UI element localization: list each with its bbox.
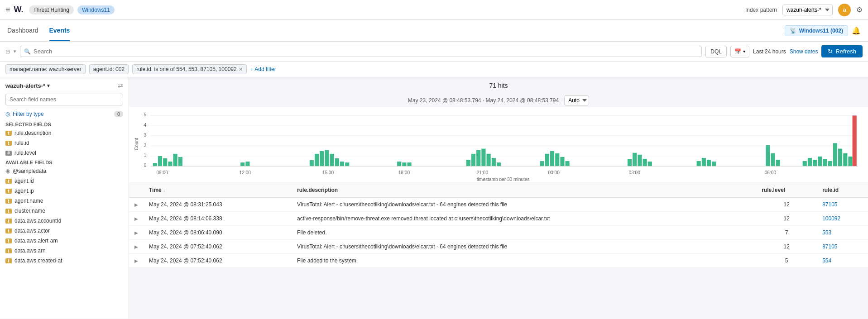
hits-count: 71 hits: [129, 77, 868, 94]
expand-row-4[interactable]: ▶: [134, 244, 138, 249]
field-type-t7: t: [5, 219, 12, 224]
expand-row-3[interactable]: ▶: [134, 230, 138, 235]
svg-rect-25: [320, 151, 324, 167]
hamburger-icon[interactable]: ≡: [5, 5, 10, 14]
refresh-button[interactable]: ↻ Refresh: [821, 45, 863, 57]
filter-rule-id-close[interactable]: ✕: [239, 67, 243, 72]
svg-rect-13: [153, 163, 157, 166]
field-data-aws-actor[interactable]: t data.aws.actor: [0, 226, 129, 236]
svg-rect-58: [702, 158, 706, 166]
col-time[interactable]: Time ↓: [144, 183, 292, 197]
field-rule-id[interactable]: t rule.id: [0, 138, 129, 148]
field-name-data-aws-arn: data.aws.arn: [14, 248, 46, 254]
field-sampledata[interactable]: ◉ @sampledata: [0, 166, 129, 176]
search-bar: ⊟ ▾ 🔍 DQL 📅 ▾ Last 24 hours Show dates ↻…: [0, 42, 868, 62]
svg-text:Count: Count: [134, 138, 139, 150]
index-pattern-select[interactable]: wazuh-alerts-*: [782, 5, 833, 15]
filter-agent-id[interactable]: agent.id: 002: [89, 64, 129, 74]
table-row: ▶ May 24, 2024 @ 08:31:25.043 VirusTotal…: [129, 197, 868, 212]
row1-id-link[interactable]: 87105: [822, 201, 837, 208]
field-agent-id[interactable]: t agent.id: [0, 176, 129, 186]
calendar-button[interactable]: 📅 ▾: [730, 46, 749, 57]
field-cluster-name[interactable]: t cluster.name: [0, 206, 129, 216]
filter-manager-name[interactable]: manager.name: wazuh-server: [5, 64, 86, 74]
date-range-text: May 23, 2024 @ 08:48:53.794 · May 24, 20…: [408, 97, 559, 104]
svg-rect-15: [163, 158, 167, 166]
avatar[interactable]: a: [838, 4, 851, 16]
svg-rect-66: [808, 158, 812, 166]
sidebar-index-label: wazuh-alerts-* ▾: [5, 82, 50, 89]
svg-text:12:00: 12:00: [240, 170, 251, 175]
table-row: ▶ May 24, 2024 @ 08:14:06.338 active-res…: [129, 211, 868, 225]
svg-text:00:00: 00:00: [548, 170, 560, 175]
sidebar-search-input[interactable]: [5, 94, 123, 105]
filter-by-type-button[interactable]: ◎ Filter by type: [5, 111, 44, 117]
expand-row-2[interactable]: ▶: [134, 216, 138, 221]
sub-nav: Dashboard Events 📡 Windows11 (002) 🔔: [0, 20, 868, 42]
svg-rect-18: [178, 157, 182, 166]
field-name-agent-name: agent.name: [14, 198, 43, 204]
expand-row-1[interactable]: ▶: [134, 202, 138, 207]
svg-text:15:00: 15:00: [322, 170, 334, 175]
histogram-chart: 0 1 2 3 4 5 Count: [134, 107, 863, 181]
svg-rect-39: [481, 149, 485, 167]
row2-time: May 24, 2024 @ 08:14:06.338: [144, 211, 292, 225]
svg-rect-34: [408, 162, 412, 166]
svg-rect-29: [340, 162, 344, 166]
field-rule-level[interactable]: # rule.level: [0, 148, 129, 158]
breadcrumb-windows11[interactable]: Windows11: [77, 5, 115, 14]
collapse-icon[interactable]: ⊟: [5, 48, 10, 55]
field-type-t10: t: [5, 248, 12, 253]
field-agent-ip[interactable]: t agent.ip: [0, 186, 129, 196]
filter-rule-id[interactable]: rule.id: is one of 554, 553, 87105, 1000…: [132, 64, 247, 74]
svg-rect-61: [766, 145, 770, 166]
svg-text:18:00: 18:00: [398, 170, 410, 175]
refresh-label: Refresh: [835, 48, 856, 55]
field-name-agent-ip: agent.ip: [14, 188, 34, 194]
search-input[interactable]: [34, 48, 698, 55]
field-data-aws-created-at[interactable]: t data.aws.created-at: [0, 256, 129, 266]
field-name-rule-description: rule.description: [14, 130, 51, 136]
svg-rect-47: [555, 153, 559, 166]
row5-id-link[interactable]: 554: [822, 257, 831, 264]
field-type-t6: t: [5, 209, 12, 214]
svg-rect-40: [487, 154, 491, 166]
top-nav: ≡ W. Threat Hunting Windows11 Index patt…: [0, 0, 868, 20]
field-data-aws-accountid[interactable]: t data.aws.accountId: [0, 216, 129, 226]
expand-row-5[interactable]: ▶: [134, 258, 138, 263]
row3-id-link[interactable]: 553: [822, 229, 831, 236]
svg-rect-63: [776, 160, 780, 166]
field-rule-description[interactable]: t rule.description: [0, 128, 129, 138]
windows-badge-label: Windows11 (002): [799, 28, 843, 34]
field-name-data-aws-accountid: data.aws.accountId: [14, 218, 61, 224]
interval-select[interactable]: Auto: [564, 95, 589, 105]
row4-id-link[interactable]: 87105: [822, 243, 837, 250]
chevron-down-icon[interactable]: ▾: [14, 48, 16, 54]
filter-toggle-icon[interactable]: ⇄: [118, 82, 123, 89]
show-dates-button[interactable]: Show dates: [790, 48, 818, 55]
field-data-aws-arn[interactable]: t data.aws.arn: [0, 246, 129, 256]
col-description: rule.description: [292, 183, 756, 197]
svg-rect-70: [828, 161, 832, 166]
breadcrumb-threat-hunting[interactable]: Threat Hunting: [29, 5, 74, 14]
tab-events[interactable]: Events: [49, 20, 70, 41]
field-name-data-aws-actor: data.aws.actor: [14, 228, 50, 234]
windows-badge[interactable]: 📡 Windows11 (002): [785, 25, 848, 36]
settings-icon[interactable]: ⚙: [856, 5, 863, 14]
field-agent-name[interactable]: t agent.name: [0, 196, 129, 206]
svg-text:5: 5: [144, 112, 146, 117]
tab-dashboard[interactable]: Dashboard: [7, 20, 38, 41]
row2-id-link[interactable]: 100092: [822, 215, 840, 222]
svg-text:03:00: 03:00: [629, 170, 641, 175]
svg-rect-55: [648, 162, 652, 166]
search-icon: 🔍: [24, 48, 31, 55]
bell-icon[interactable]: 🔔: [852, 26, 861, 35]
add-filter-button[interactable]: + Add filter: [250, 66, 276, 72]
row4-level: 12: [756, 239, 817, 253]
chevron-down-icon3[interactable]: ▾: [47, 83, 50, 89]
svg-rect-38: [476, 150, 480, 167]
table-container: Time ↓ rule.description rule.level rule.…: [129, 183, 868, 268]
dql-button[interactable]: DQL: [705, 46, 727, 57]
svg-rect-45: [545, 154, 549, 166]
field-data-aws-alert-am[interactable]: t data.aws.alert-am: [0, 236, 129, 246]
